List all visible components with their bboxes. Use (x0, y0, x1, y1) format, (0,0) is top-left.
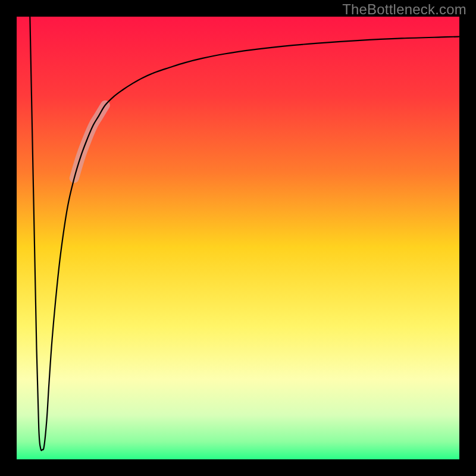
chart-svg (0, 0, 476, 476)
bottleneck-chart: TheBottleneck.com (0, 0, 476, 476)
watermark-text: TheBottleneck.com (342, 1, 466, 18)
plot-background (17, 17, 459, 459)
